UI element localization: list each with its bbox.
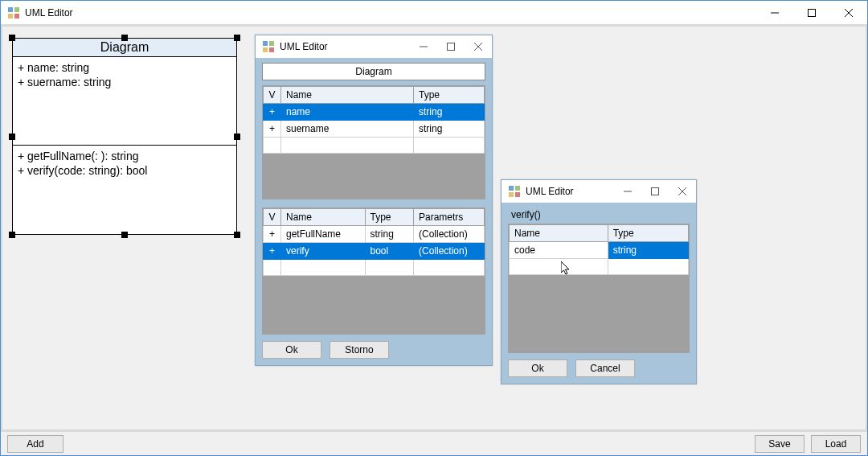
col-type[interactable]: Type	[608, 225, 688, 242]
load-button[interactable]: Load	[811, 435, 861, 453]
col-v[interactable]: V	[264, 87, 281, 104]
table-row[interactable]: + suername string	[264, 121, 485, 138]
close-button[interactable]	[669, 180, 696, 203]
save-button[interactable]: Save	[755, 435, 805, 453]
col-name[interactable]: Name	[281, 209, 366, 226]
svg-rect-17	[515, 186, 520, 191]
table-row-empty[interactable]	[264, 138, 485, 154]
svg-rect-11	[269, 47, 274, 52]
close-button[interactable]	[465, 35, 492, 58]
resize-handle[interactable]	[9, 134, 15, 140]
maximize-button[interactable]	[641, 180, 669, 203]
resize-handle[interactable]	[121, 232, 128, 238]
table-row-empty[interactable]	[510, 259, 689, 275]
uml-method: + verify(code: string): bool	[18, 163, 231, 178]
class-editor-dialog[interactable]: UML Editor Diagram V Name Type	[255, 35, 493, 366]
col-name[interactable]: Name	[510, 225, 608, 242]
minimize-button[interactable]	[614, 180, 641, 203]
svg-rect-5	[809, 9, 816, 16]
app-title: UML Editor	[25, 7, 73, 18]
attributes-grid[interactable]: V Name Type + name string + suername str…	[262, 85, 485, 199]
uml-method: + getFullName(: ): string	[18, 149, 231, 163]
ok-button[interactable]: Ok	[262, 341, 321, 359]
app-icon	[262, 40, 275, 53]
uml-methods-section: + getFullName(: ): string + verify(code:…	[13, 146, 236, 234]
svg-rect-16	[509, 186, 514, 191]
svg-rect-13	[448, 43, 455, 51]
grid-empty-area	[263, 154, 485, 199]
maximize-button[interactable]	[793, 1, 830, 24]
app-icon	[7, 6, 20, 19]
ok-button[interactable]: Ok	[508, 359, 567, 377]
uml-attribute: + name: string	[18, 60, 231, 75]
svg-rect-1	[14, 7, 19, 12]
methods-grid[interactable]: V Name Type Parametrs + getFullName stri…	[262, 207, 485, 335]
dialog-title: UML Editor	[280, 41, 328, 52]
resize-handle[interactable]	[234, 232, 240, 238]
class-name-field[interactable]: Diagram	[262, 63, 485, 80]
cancel-button[interactable]: Cancel	[575, 359, 635, 377]
table-row[interactable]: + name string	[264, 104, 485, 121]
add-button[interactable]: Add	[7, 435, 63, 453]
params-grid[interactable]: Name Type code string	[508, 224, 690, 353]
uml-class-box-wrapper[interactable]: Diagram + name: string + suername: strin…	[12, 38, 237, 235]
svg-rect-2	[8, 14, 13, 18]
col-params[interactable]: Parametrs	[414, 209, 485, 226]
svg-rect-18	[509, 192, 514, 197]
table-row-empty[interactable]	[264, 260, 485, 276]
svg-rect-10	[263, 47, 268, 52]
col-type[interactable]: Type	[365, 209, 414, 226]
main-titlebar: UML Editor	[1, 1, 867, 25]
class-name-value: Diagram	[355, 66, 391, 77]
col-type[interactable]: Type	[414, 87, 485, 104]
svg-rect-19	[515, 192, 520, 197]
col-name[interactable]: Name	[281, 87, 414, 104]
uml-attributes-section: + name: string + suername: string	[13, 57, 236, 146]
resize-handle[interactable]	[9, 35, 15, 41]
maximize-button[interactable]	[437, 35, 465, 58]
table-row[interactable]: + getFullName string (Collection)	[264, 226, 485, 243]
method-label: verify()	[508, 207, 690, 224]
dialog-titlebar[interactable]: UML Editor	[502, 180, 696, 203]
minimize-button[interactable]	[410, 35, 437, 58]
resize-handle[interactable]	[234, 134, 240, 140]
svg-rect-9	[269, 41, 274, 46]
storno-button[interactable]: Storno	[330, 341, 389, 359]
close-button[interactable]	[830, 1, 867, 24]
table-row[interactable]: code string	[510, 242, 689, 259]
canvas[interactable]: Diagram + name: string + suername: strin…	[1, 25, 867, 431]
svg-rect-3	[14, 14, 19, 18]
dialog-titlebar[interactable]: UML Editor	[256, 35, 492, 58]
dialog-title: UML Editor	[526, 186, 574, 197]
svg-rect-8	[263, 41, 268, 46]
resize-handle[interactable]	[121, 35, 128, 41]
minimize-button[interactable]	[756, 1, 793, 24]
resize-handle[interactable]	[9, 232, 15, 238]
grid-empty-area	[263, 276, 485, 334]
resize-handle[interactable]	[234, 35, 240, 41]
app-icon	[508, 185, 521, 198]
col-v[interactable]: V	[264, 209, 281, 226]
grid-empty-area	[509, 275, 689, 352]
svg-rect-0	[8, 7, 13, 12]
uml-attribute: + suername: string	[18, 75, 231, 89]
bottom-toolbar: Add Save Load	[1, 431, 867, 455]
uml-class-box[interactable]: Diagram + name: string + suername: strin…	[12, 38, 237, 235]
svg-rect-21	[652, 188, 659, 195]
uml-class-title[interactable]: Diagram	[13, 39, 236, 57]
params-editor-dialog[interactable]: UML Editor verify() Name Type code strin…	[501, 179, 697, 384]
table-row[interactable]: + verify bool (Collection)	[264, 243, 485, 260]
